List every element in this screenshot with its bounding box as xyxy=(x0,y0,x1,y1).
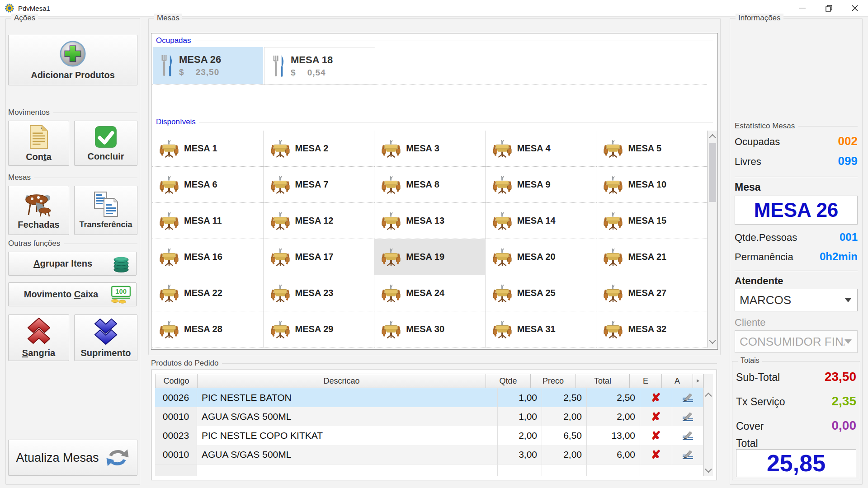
transfer-documents-icon xyxy=(93,191,118,217)
table-corner-cell xyxy=(693,374,703,388)
mesa-cell-label: MESA 1 xyxy=(184,143,217,154)
mesa-cell[interactable]: MESA 20 xyxy=(486,239,597,275)
cell-edit[interactable] xyxy=(672,388,703,407)
minimize-button[interactable] xyxy=(789,0,816,16)
cash-icon: 100 xyxy=(109,286,132,304)
check-icon xyxy=(94,125,118,149)
dining-table-icon xyxy=(493,175,512,194)
mesa-cell-label: MESA 27 xyxy=(628,288,666,298)
mesa-cell[interactable]: MESA 19 xyxy=(374,239,486,275)
cell-delete[interactable]: ✘ xyxy=(640,445,672,464)
occupied-mesa-tile[interactable]: MESA 18 $ 0,54 xyxy=(264,47,375,85)
close-button[interactable] xyxy=(842,0,868,16)
suprimento-button[interactable]: Suprimento xyxy=(74,314,137,361)
mesa-cell[interactable]: MESA 16 xyxy=(152,239,264,275)
occupied-mesa-tile[interactable]: MESA 26 $ 23,50 xyxy=(153,47,263,84)
col-header-a[interactable]: A xyxy=(662,374,693,388)
scroll-down-icon[interactable] xyxy=(709,337,716,344)
dining-table-icon xyxy=(160,175,179,194)
dining-table-icon xyxy=(382,211,401,230)
col-header-total[interactable]: Total xyxy=(576,374,630,388)
movimento-caixa-label: Movimento Caixa xyxy=(13,289,109,300)
agrupar-itens-button[interactable]: Agrupar Itens xyxy=(8,252,137,276)
transferencia-label: Transferência xyxy=(79,220,132,230)
movimentos-section-label: Movimentos xyxy=(8,108,137,117)
mesa-cell[interactable]: MESA 7 xyxy=(264,167,375,203)
mesa-cell[interactable]: MESA 6 xyxy=(152,167,264,203)
conta-button[interactable]: Conta xyxy=(8,121,69,166)
mesa-cell[interactable]: MESA 32 xyxy=(596,311,708,347)
col-header-preco[interactable]: Preco xyxy=(531,374,576,388)
mesa-cell-label: MESA 2 xyxy=(295,143,329,154)
mesa-cell[interactable]: MESA 11 xyxy=(152,203,264,239)
mesa-cell[interactable]: MESA 29 xyxy=(264,311,375,347)
mesas-grid-scrollbar[interactable] xyxy=(708,131,717,348)
col-header-qtde[interactable]: Qtde xyxy=(486,374,531,388)
scrollbar-thumb[interactable] xyxy=(709,143,716,202)
mesa-cell[interactable]: MESA 1 xyxy=(152,131,264,167)
mesa-cell[interactable]: MESA 21 xyxy=(596,239,708,275)
mesa-cell[interactable]: MESA 13 xyxy=(374,203,486,239)
concluir-button[interactable]: Concluir xyxy=(74,121,137,166)
cell-delete[interactable]: ✘ xyxy=(640,388,672,407)
mesa-cell-label: MESA 9 xyxy=(517,179,551,190)
cell-delete[interactable]: ✘ xyxy=(640,407,672,426)
transferencia-button[interactable]: Transferência xyxy=(74,186,137,235)
restore-button[interactable] xyxy=(816,0,842,16)
scroll-up-icon[interactable] xyxy=(705,393,712,400)
cell-preco: 2,00 xyxy=(542,407,587,426)
table-row[interactable]: 00010 AGUA S/GAS 500ML 3,00 2,00 6,00 ✘ xyxy=(155,445,703,464)
mesa-cell[interactable]: MESA 15 xyxy=(596,203,708,239)
cell-total: 6,00 xyxy=(587,445,640,464)
mesa-cell[interactable]: MESA 2 xyxy=(264,131,375,167)
mesa-cell[interactable]: MESA 24 xyxy=(374,275,486,311)
dining-table-icon xyxy=(604,248,623,267)
app-icon xyxy=(5,3,14,13)
mesa-cell[interactable]: MESA 28 xyxy=(152,311,264,347)
mesa-label: Mesa xyxy=(735,181,858,193)
mesa-cell[interactable]: MESA 14 xyxy=(486,203,597,239)
order-table-scrollbar[interactable] xyxy=(703,374,713,476)
col-header-codigo[interactable]: Codigo xyxy=(155,374,198,388)
mesa-cell[interactable]: MESA 17 xyxy=(264,239,375,275)
dining-table-icon xyxy=(160,284,179,303)
mesa-cell[interactable]: MESA 4 xyxy=(486,131,597,167)
ocupadas-section-label: Ocupadas xyxy=(156,36,713,45)
cell-preco: 2,50 xyxy=(542,388,587,407)
table-row[interactable]: 00010 AGUA S/GAS 500ML 1,00 2,00 2,00 ✘ xyxy=(155,407,703,426)
mesa-cell[interactable]: MESA 23 xyxy=(264,275,375,311)
cell-edit[interactable] xyxy=(672,407,703,426)
ocupadas-stat-row: Ocupadas 002 xyxy=(735,134,858,148)
fechadas-label: Fechadas xyxy=(18,220,59,230)
mesa-cell[interactable]: MESA 22 xyxy=(152,275,264,311)
add-products-button[interactable]: Adicionar Produtos xyxy=(8,35,137,85)
movimento-caixa-button[interactable]: Movimento Caixa 100 xyxy=(8,282,137,306)
cell-delete[interactable]: ✘ xyxy=(640,426,672,445)
scroll-down-icon[interactable] xyxy=(705,466,712,473)
fechadas-button[interactable]: Fechadas xyxy=(8,186,69,235)
mesa-cell[interactable]: MESA 25 xyxy=(486,275,597,311)
mesa-cell[interactable]: MESA 3 xyxy=(374,131,486,167)
delete-x-icon: ✘ xyxy=(651,430,661,441)
cell-edit[interactable] xyxy=(672,426,703,445)
scroll-up-icon[interactable] xyxy=(709,134,716,141)
table-row[interactable]: 00023 PIC NESTLE COPO KITKAT 2,00 6,50 1… xyxy=(155,426,703,445)
mesa-cell[interactable]: MESA 10 xyxy=(596,167,708,203)
mesa-cell[interactable]: MESA 12 xyxy=(264,203,375,239)
mesa-cell[interactable]: MESA 30 xyxy=(374,311,486,347)
col-header-e[interactable]: E xyxy=(630,374,662,388)
col-header-descricao[interactable]: Descricao xyxy=(198,374,486,388)
mesa-cell[interactable]: MESA 8 xyxy=(374,167,486,203)
sangria-button[interactable]: Sangria xyxy=(8,314,69,361)
mesa-cell[interactable]: MESA 9 xyxy=(486,167,597,203)
dining-table-icon xyxy=(382,175,401,194)
mesas-inner-panel: Ocupadas MESA 26 $ 23,50 xyxy=(151,33,718,350)
atendente-select[interactable]: MARCOS xyxy=(735,289,858,311)
mesa-cell[interactable]: MESA 5 xyxy=(596,131,708,167)
mesa-cell[interactable]: MESA 31 xyxy=(486,311,597,347)
mesa-cell-label: MESA 32 xyxy=(628,324,666,334)
atualiza-mesas-button[interactable]: Atualiza Mesas xyxy=(8,440,137,476)
table-row[interactable]: 00026 PIC NESTLE BATON 1,00 2,50 2,50 ✘ xyxy=(155,388,703,407)
mesa-cell[interactable]: MESA 27 xyxy=(596,275,708,311)
cell-edit[interactable] xyxy=(672,445,703,464)
